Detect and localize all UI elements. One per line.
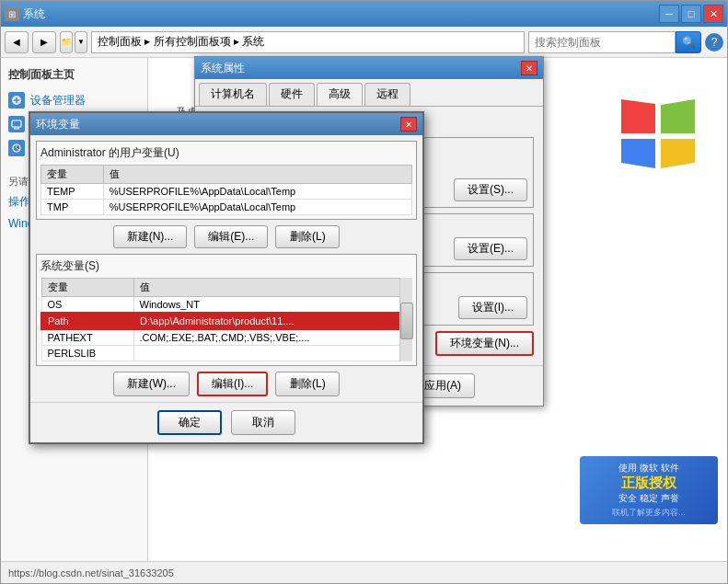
settings-performance-button[interactable]: 设置(S)... [454, 178, 527, 201]
title-bar: ⊞ 系统 ─ □ ✕ [1, 1, 727, 27]
envvar-close-button[interactable]: ✕ [400, 117, 417, 132]
sys-var-pathext-name: PATHEXT [41, 329, 133, 346]
system-var-buttons: 新建(W)... 编辑(I)... 删除(L) [36, 372, 417, 396]
user-new-button[interactable]: 新建(N)... [113, 225, 188, 248]
ms-brand-badge: 使用 微软 软件 正版授权 安全 稳定 声誉 联机了解更多内容... [580, 456, 718, 524]
back-button[interactable]: ◀ [5, 31, 29, 53]
user-var-tmp-value: %USERPROFILE%\AppData\Local\Temp [103, 200, 411, 215]
sys-var-row-os[interactable]: OS Windows_NT [41, 297, 411, 314]
system-vars-table: 变量 值 OS Windows_NT Path D:\app\Administr… [40, 278, 412, 361]
sysprop-title-bar: 系统属性 ✕ [195, 57, 543, 79]
scrollbar-thumb[interactable] [400, 303, 413, 339]
status-bar: https://blog.csdn.net/sinat_31633205 [1, 561, 727, 583]
sys-var-row-perlslib[interactable]: PERLSLIB [41, 346, 411, 361]
sys-new-button[interactable]: 新建(W)... [113, 372, 190, 396]
window-icon: ⊞ [5, 6, 19, 21]
user-var-name-header: 变量 [41, 166, 104, 184]
remote-icon [8, 116, 25, 132]
user-var-tmp-name: TMP [41, 200, 104, 215]
sys-var-path-name: Path [41, 313, 133, 329]
settings-userprofile-button[interactable]: 设置(E)... [454, 237, 527, 260]
system-vars-scrollbar[interactable] [399, 278, 412, 361]
sidebar-title: 控制面板主页 [8, 67, 140, 83]
close-button[interactable]: ✕ [703, 5, 723, 23]
search-button[interactable]: 🔍 [676, 31, 701, 53]
envvar-footer: 确定 取消 [30, 402, 422, 442]
sys-var-os-name: OS [41, 297, 133, 314]
forward-button[interactable]: ▶ [32, 31, 56, 53]
advanced-icon [8, 140, 25, 156]
envvar-title-bar: 环境变量 ✕ [30, 113, 422, 135]
user-vars-table: 变量 值 TEMP %USERPROFILE%\AppData\Local\Te… [40, 165, 412, 215]
sys-var-row-pathext[interactable]: PATHEXT .COM;.EXE;.BAT;.CMD;.VBS;.VBE;..… [41, 329, 411, 346]
user-edit-button[interactable]: 编辑(E)... [194, 225, 268, 248]
user-vars-section: Administrator 的用户变量(U) 变量 值 TEMP %USERPR… [36, 141, 417, 220]
device-manager-icon [8, 92, 25, 109]
tab-hardware[interactable]: 硬件 [269, 83, 315, 106]
sys-var-pathext-value: .COM;.EXE;.BAT;.CMD;.VBS;.VBE;.... [133, 329, 411, 346]
user-var-row-tmp[interactable]: TMP %USERPROFILE%\AppData\Local\Temp [41, 200, 412, 215]
sys-edit-button[interactable]: 编辑(I)... [197, 372, 268, 396]
status-text: https://blog.csdn.net/sinat_31633205 [8, 567, 174, 578]
envvar-cancel-button[interactable]: 取消 [231, 410, 295, 435]
sys-var-perlslib-value [133, 346, 411, 361]
dropdown-arrow[interactable]: ▼ [75, 31, 87, 53]
tab-advanced[interactable]: 高级 [317, 83, 363, 106]
ms-brand-line4[interactable]: 联机了解更多内容... [587, 507, 711, 519]
envvar-dialog: 环境变量 ✕ Administrator 的用户变量(U) 变量 值 TEMP [29, 111, 424, 444]
search-input[interactable] [528, 31, 676, 53]
sys-var-perlslib-name: PERLSLIB [41, 346, 133, 361]
env-vars-button[interactable]: 环境变量(N)... [435, 331, 534, 356]
address-bar: ◀ ▶ 📁 ▼ 🔍 ? [1, 27, 727, 58]
tab-remote[interactable]: 远程 [364, 83, 410, 106]
sidebar-label-device-manager: 设备管理器 [30, 93, 86, 109]
sys-var-path-value: D:\app\Administrator\product\11.... [133, 313, 411, 329]
address-input[interactable] [91, 31, 525, 53]
main-window: ⊞ 系统 ─ □ ✕ ◀ ▶ 📁 ▼ 🔍 ? 控制面板主页 [0, 0, 728, 584]
minimize-button[interactable]: ─ [659, 5, 679, 23]
title-bar-buttons: ─ □ ✕ [659, 5, 723, 23]
system-vars-section: 系统变量(S) 变量 值 OS Windows_NT [36, 254, 417, 366]
sidebar-item-device-manager[interactable]: 设备管理器 [8, 92, 140, 109]
ms-brand-line1: 使用 微软 软件 [587, 462, 711, 475]
envvar-title: 环境变量 [36, 117, 400, 132]
sysprop-close-button[interactable]: ✕ [521, 61, 537, 75]
maximize-button[interactable]: □ [681, 5, 701, 23]
user-delete-button[interactable]: 删除(L) [275, 225, 340, 248]
sys-var-row-path[interactable]: Path D:\app\Administrator\product\11.... [41, 313, 411, 329]
user-var-row-temp[interactable]: TEMP %USERPROFILE%\AppData\Local\Temp [41, 184, 412, 200]
user-var-temp-value: %USERPROFILE%\AppData\Local\Temp [103, 184, 411, 200]
folder-icon: 📁 [60, 31, 73, 53]
windows-logo [617, 95, 699, 180]
sysprop-title: 系统属性 [201, 61, 521, 76]
user-var-value-header: 值 [103, 166, 411, 184]
svg-rect-1 [12, 120, 21, 127]
help-button[interactable]: ? [705, 33, 723, 52]
window-title: 系统 [23, 6, 659, 22]
envvar-ok-button[interactable]: 确定 [157, 410, 222, 435]
sys-var-os-value: Windows_NT [133, 297, 411, 314]
sys-var-name-header: 变量 [41, 279, 133, 297]
user-section-title: Administrator 的用户变量(U) [40, 145, 412, 161]
user-var-buttons: 新建(N)... 编辑(E)... 删除(L) [36, 225, 417, 248]
ms-brand-line3: 安全 稳定 声誉 [587, 492, 711, 505]
ms-brand-line2: 正版授权 [587, 475, 711, 492]
settings-startup-button[interactable]: 设置(I)... [458, 296, 527, 319]
tab-computer-name[interactable]: 计算机名 [199, 83, 267, 106]
sys-delete-button[interactable]: 删除(L) [275, 372, 340, 396]
sysprop-tabs: 计算机名 硬件 高级 远程 [195, 79, 543, 107]
user-var-temp-name: TEMP [41, 184, 104, 200]
system-section-title: 系统变量(S) [40, 258, 412, 274]
sys-var-value-header: 值 [133, 279, 411, 297]
